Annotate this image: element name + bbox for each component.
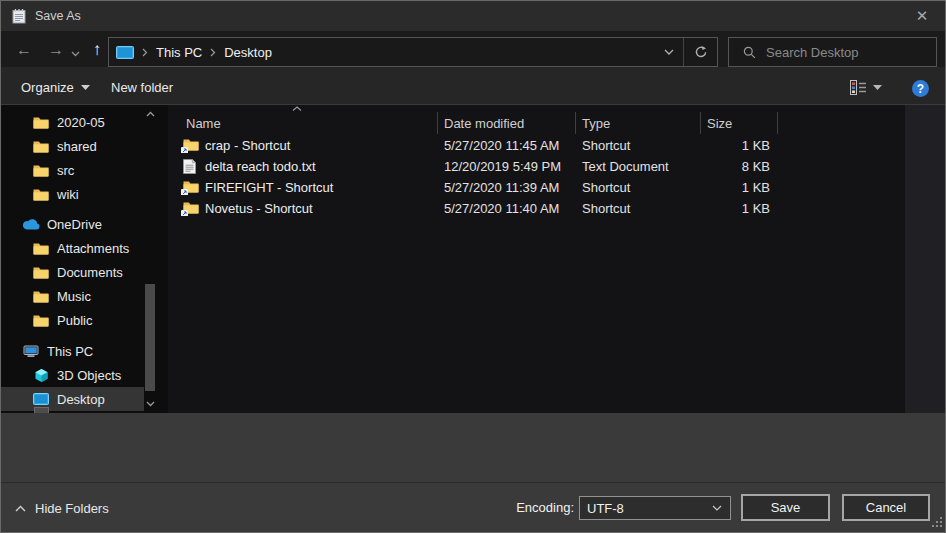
file-name: crap - Shortcut <box>205 138 290 153</box>
hide-folders-button[interactable]: Hide Folders <box>15 501 109 516</box>
tree-item-label: 2020-05 <box>57 115 105 130</box>
tree-item-desktop[interactable]: Desktop <box>1 387 144 411</box>
scroll-up-icon[interactable] <box>142 107 158 121</box>
encoding-value: UTF-8 <box>580 501 704 516</box>
view-mode-button[interactable] <box>850 80 882 95</box>
title-bar: Save As ✕ <box>1 1 945 31</box>
folder-icon <box>32 242 50 255</box>
help-button[interactable]: ? <box>912 80 929 97</box>
tree-item-attachments[interactable]: Attachments <box>1 236 144 260</box>
folder-icon <box>32 116 50 129</box>
shortcut-arrow-overlay-icon <box>181 147 188 153</box>
tree-item-label: 3D Objects <box>57 368 121 383</box>
tree-item-label: Public <box>57 313 92 328</box>
tree-item-wiki[interactable]: wiki <box>1 182 144 206</box>
breadcrumb-chevron-icon <box>210 48 216 57</box>
folder-tree: 2020-05 shared src wiki OneDrive Attachm… <box>1 105 168 413</box>
up-button[interactable]: ↑ <box>85 39 109 61</box>
file-size: 1 KB <box>701 180 778 195</box>
file-name: FIREFIGHT - Shortcut <box>205 180 333 195</box>
breadcrumb-desktop[interactable]: Desktop <box>224 45 272 60</box>
file-list-scroll-track <box>905 105 946 413</box>
refresh-icon[interactable] <box>684 38 717 66</box>
folder-icon <box>32 140 50 153</box>
file-row[interactable]: Novetus - Shortcut 5/27/2020 11:40 AM Sh… <box>168 198 905 219</box>
column-header-type[interactable]: Type <box>576 112 701 134</box>
scroll-down-icon[interactable] <box>142 397 158 411</box>
file-list-pane: Name Date modified Type Size crap - Shor… <box>168 105 946 413</box>
file-row[interactable]: FIREFIGHT - Shortcut 5/27/2020 11:39 AM … <box>168 177 905 198</box>
shortcut-arrow-overlay-icon <box>181 210 188 216</box>
resize-grip[interactable] <box>932 517 942 527</box>
column-header-name[interactable]: Name <box>168 112 438 134</box>
tree-item-label: shared <box>57 139 97 154</box>
filename-panel: File name: Save as type: Text Documents … <box>1 413 945 482</box>
window-title: Save As <box>35 9 81 23</box>
back-button[interactable]: ← <box>11 39 37 61</box>
text-document-icon <box>183 159 199 174</box>
save-as-dialog: Save As ✕ ← → ↑ This PC Desktop <box>0 0 946 533</box>
folder-icon <box>32 290 50 303</box>
file-size: 8 KB <box>701 159 778 174</box>
tree-item-label: src <box>57 163 74 178</box>
save-button[interactable]: Save <box>741 494 830 521</box>
breadcrumb-this-pc[interactable]: This PC <box>156 45 202 60</box>
details-view-icon <box>850 80 867 95</box>
tree-item-documents[interactable]: Documents <box>1 260 144 284</box>
search-icon <box>743 46 756 59</box>
folder-shortcut-icon <box>183 180 199 195</box>
new-folder-button[interactable]: New folder <box>111 77 173 97</box>
file-row[interactable]: crap - Shortcut 5/27/2020 11:45 AM Short… <box>168 135 905 156</box>
folder-icon <box>32 314 50 327</box>
tree-item-3d-objects[interactable]: 3D Objects <box>1 363 144 387</box>
history-dropdown-icon[interactable] <box>67 43 83 65</box>
tree-item-src[interactable]: src <box>1 158 144 182</box>
file-date: 5/27/2020 11:45 AM <box>438 138 576 153</box>
tree-item-2020-05[interactable]: 2020-05 <box>1 110 144 134</box>
tree-scrollbar-thumb[interactable] <box>145 284 155 391</box>
chevron-up-icon <box>15 505 26 512</box>
address-bar[interactable]: This PC Desktop <box>108 37 718 67</box>
tree-item-label: wiki <box>57 187 79 202</box>
tree-item-shared[interactable]: shared <box>1 134 144 158</box>
breadcrumb-chevron-icon <box>142 48 148 57</box>
tree-item-label: Desktop <box>57 392 105 407</box>
chevron-down-icon <box>704 505 730 511</box>
close-button[interactable]: ✕ <box>899 1 945 31</box>
file-type: Shortcut <box>576 180 701 195</box>
tree-item-label: OneDrive <box>47 217 102 232</box>
shortcut-arrow-overlay-icon <box>181 189 188 195</box>
computer-icon <box>22 345 40 358</box>
organize-label: Organize <box>21 80 74 95</box>
desktop-icon <box>32 393 50 405</box>
encoding-label: Encoding: <box>509 500 574 515</box>
search-box[interactable] <box>728 37 937 67</box>
cancel-button[interactable]: Cancel <box>842 494 930 521</box>
column-header-size[interactable]: Size <box>701 112 778 134</box>
search-input[interactable] <box>766 45 942 60</box>
tree-item-label: Music <box>57 289 91 304</box>
column-header-date-modified[interactable]: Date modified <box>438 112 576 134</box>
new-folder-label: New folder <box>111 80 173 95</box>
organize-button[interactable]: Organize <box>21 77 90 97</box>
forward-button[interactable]: → <box>43 39 69 61</box>
chevron-down-icon <box>873 85 882 90</box>
tree-item-this-pc[interactable]: This PC <box>1 339 144 363</box>
file-name: Novetus - Shortcut <box>205 201 313 216</box>
hide-folders-label: Hide Folders <box>35 501 109 516</box>
file-name: delta reach todo.txt <box>205 159 316 174</box>
tree-item-public[interactable]: Public <box>1 308 144 332</box>
onedrive-cloud-icon <box>22 218 40 230</box>
encoding-select[interactable]: UTF-8 <box>579 496 731 520</box>
tree-item-label: Attachments <box>57 241 129 256</box>
tree-item-music[interactable]: Music <box>1 284 144 308</box>
column-headers: Name Date modified Type Size <box>168 112 905 134</box>
tree-item-onedrive[interactable]: OneDrive <box>1 212 144 236</box>
file-row[interactable]: delta reach todo.txt 12/20/2019 5:49 PM … <box>168 156 905 177</box>
address-dropdown-icon[interactable] <box>654 38 684 66</box>
cube-icon <box>32 368 50 383</box>
folder-icon <box>32 164 50 177</box>
folder-shortcut-icon <box>183 201 199 216</box>
file-size: 1 KB <box>701 201 778 216</box>
file-rows: crap - Shortcut 5/27/2020 11:45 AM Short… <box>168 135 905 219</box>
